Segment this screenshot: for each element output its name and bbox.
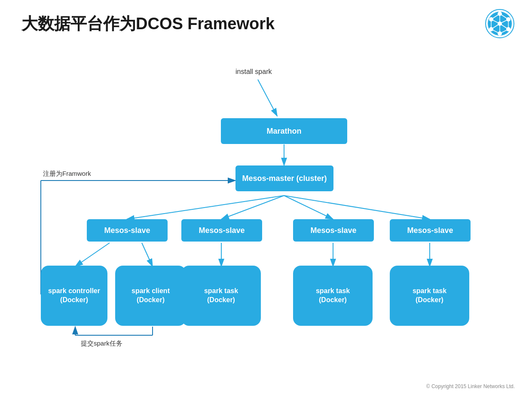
spark-controller-node: spark controller (Docker) xyxy=(41,266,107,326)
svg-line-26 xyxy=(221,196,284,219)
page-title: 大数据平台作为DCOS Framework xyxy=(21,13,275,35)
register-framework-label: 注册为Framwork xyxy=(43,170,91,178)
marathon-node: Marathon xyxy=(221,118,347,144)
mesos-slave2-node: Mesos-slave xyxy=(181,219,262,242)
arrows-layer xyxy=(0,0,532,398)
install-spark-label: install spark xyxy=(235,68,272,76)
mesos-slave1-node: Mesos-slave xyxy=(87,219,168,242)
mesos-slave4-node: Mesos-slave xyxy=(390,219,471,242)
mesos-master-node: Mesos-master (cluster) xyxy=(235,165,333,191)
svg-line-23 xyxy=(258,80,277,116)
svg-line-27 xyxy=(284,196,333,219)
submit-task-label: 提交spark任务 xyxy=(81,340,122,348)
copyright-text: © Copyright 2015 Linker Networks Ltd. xyxy=(426,383,515,389)
svg-line-29 xyxy=(75,243,110,266)
svg-line-28 xyxy=(284,196,430,219)
spark-task1-node: spark task (Docker) xyxy=(181,266,261,326)
spark-task3-node: spark task (Docker) xyxy=(390,266,469,326)
svg-line-30 xyxy=(142,243,153,266)
svg-line-25 xyxy=(127,196,284,219)
spark-client-node: spark client (Docker) xyxy=(115,266,186,326)
logo xyxy=(485,9,515,39)
spark-task2-node: spark task (Docker) xyxy=(293,266,373,326)
mesos-slave3-node: Mesos-slave xyxy=(293,219,374,242)
